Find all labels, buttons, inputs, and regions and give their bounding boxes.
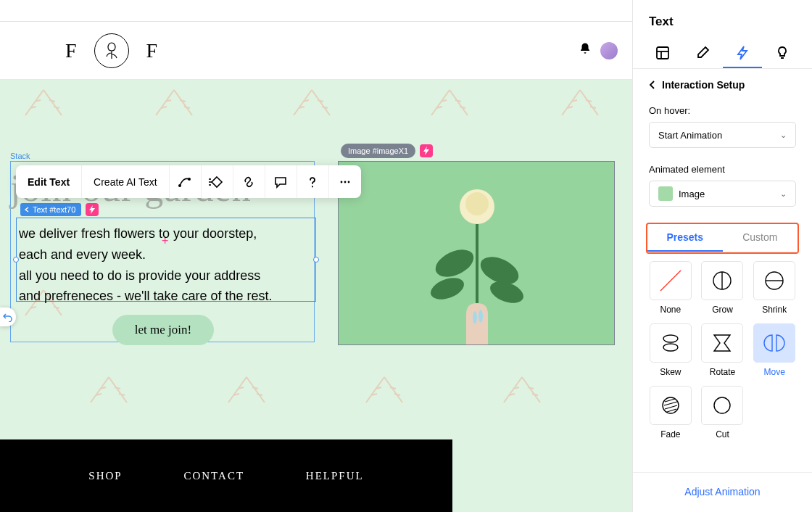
preset-label: Grow [712, 305, 733, 315]
logo-emblem [94, 33, 129, 68]
svg-point-16 [473, 311, 477, 324]
tab-design[interactable] [683, 39, 723, 68]
stack-label[interactable]: Stack [10, 152, 30, 160]
join-button[interactable]: let me join! [112, 315, 214, 345]
resize-handle-right[interactable] [313, 257, 319, 263]
leaf-decoration [362, 370, 406, 406]
footer-link-shop[interactable]: SHOP [88, 470, 122, 482]
floating-toolbar: Edit Text Create AI Text [16, 165, 361, 198]
tab-layout[interactable] [643, 39, 683, 68]
move-icon [762, 334, 787, 352]
shrink-icon [763, 270, 785, 292]
tab-tips[interactable] [762, 39, 802, 68]
footer-link-contact[interactable]: CONTACT [183, 470, 244, 482]
animated-element-select[interactable]: Image ⌄ [649, 181, 796, 207]
preset-shrink[interactable]: Shrink [753, 261, 796, 315]
panel-tabs [633, 39, 812, 69]
leaf-decoration [87, 370, 130, 406]
element-thumb [658, 186, 673, 201]
bolt-icon [736, 46, 749, 60]
subtab-custom[interactable]: Custom [723, 224, 798, 252]
cut-icon [712, 395, 732, 416]
svg-line-21 [660, 271, 681, 291]
logo-letter-right: F [146, 39, 158, 62]
footer-link-help[interactable]: HELPFUL [306, 470, 364, 482]
link-icon[interactable] [233, 165, 265, 198]
layout-icon [655, 46, 670, 60]
animated-element-label: Animated element [649, 164, 796, 175]
adjust-animation-button[interactable]: Adjust Animation [633, 472, 812, 512]
inspector-panel: Text Interaction Setup On hover: Start A… [632, 0, 812, 512]
leaf-decoration [225, 370, 268, 406]
site-header: F F [0, 22, 632, 80]
site-footer: SHOP CONTACT HELPFUL [0, 439, 452, 512]
chevron-left-icon [649, 80, 656, 89]
flower-icon [101, 40, 123, 62]
hover-select-value: Start Animation [658, 130, 722, 141]
header-right [579, 42, 618, 59]
bell-icon[interactable] [579, 42, 592, 59]
svg-line-30 [664, 402, 677, 405]
rotate-icon [711, 332, 733, 354]
preset-rotate[interactable]: Rotate [701, 323, 745, 377]
image-badge-label[interactable]: Image #imageX1 [341, 144, 415, 158]
none-icon [656, 266, 685, 295]
back-button[interactable]: Interaction Setup [649, 79, 796, 91]
back-label: Interaction Setup [662, 79, 745, 91]
svg-point-27 [663, 344, 678, 351]
svg-point-0 [178, 184, 181, 187]
text-element-badge[interactable]: Text #text70 [20, 203, 99, 216]
image-element[interactable] [338, 161, 615, 345]
interaction-indicator-icon[interactable] [420, 144, 433, 157]
more-icon[interactable] [329, 165, 361, 198]
brush-icon [695, 46, 710, 60]
svg-point-33 [714, 397, 730, 413]
subtab-presets[interactable]: Presets [647, 224, 723, 252]
body-line: all you need to do is provide your addre… [19, 265, 312, 286]
animated-element-value: Image [679, 189, 705, 199]
tab-interactions[interactable] [723, 39, 763, 68]
skew-icon [660, 332, 682, 354]
preset-fade[interactable]: Fade [649, 386, 692, 439]
leaf-decoration [152, 83, 196, 119]
svg-point-17 [478, 310, 483, 323]
hover-select[interactable]: Start Animation ⌄ [649, 122, 796, 148]
text-badge-label[interactable]: Text #text70 [20, 203, 81, 216]
leaf-decoration [290, 83, 334, 119]
preset-grow[interactable]: Grow [701, 261, 745, 315]
logo-area: F F [65, 33, 157, 68]
image-element-badge[interactable]: Image #imageX1 [341, 144, 433, 158]
preset-subtabs: Presets Custom [647, 224, 798, 252]
svg-point-1 [188, 178, 191, 181]
rose-image-placeholder [339, 162, 615, 345]
interaction-indicator-icon[interactable] [86, 203, 99, 216]
preset-label: Cut [716, 429, 729, 439]
preset-skew[interactable]: Skew [649, 323, 692, 377]
help-icon[interactable] [297, 165, 329, 198]
leaf-decoration [428, 83, 471, 119]
comment-icon[interactable] [265, 165, 297, 198]
leaf-decoration [500, 370, 544, 406]
body-text[interactable]: we deliver fresh flowers to your doorste… [19, 223, 312, 307]
leaf-decoration [558, 83, 602, 119]
avatar[interactable] [600, 42, 618, 59]
preset-move[interactable]: Move [753, 323, 796, 377]
preset-label: Skew [660, 367, 681, 377]
text-badge-text: Text #text70 [33, 205, 75, 214]
create-ai-text-button[interactable]: Create AI Text [82, 165, 170, 198]
align-icon[interactable] [202, 165, 233, 198]
svg-point-5 [340, 181, 342, 183]
leaf-decoration [22, 83, 65, 119]
edit-text-button[interactable]: Edit Text [16, 165, 82, 198]
chevron-down-icon: ⌄ [780, 131, 787, 140]
grow-icon [711, 270, 733, 292]
body-line: and prefreneces - we'll take care of the… [19, 286, 312, 307]
editor-canvas[interactable]: Stack join our garden Edit Text Create A… [0, 80, 632, 512]
logo-letter-left: F [65, 39, 77, 62]
animation-path-icon[interactable] [170, 165, 202, 198]
preset-none[interactable]: None [649, 261, 692, 315]
svg-line-31 [665, 405, 677, 409]
svg-rect-18 [657, 47, 668, 59]
preset-cut[interactable]: Cut [701, 386, 745, 439]
resize-handle-left[interactable] [13, 257, 19, 263]
